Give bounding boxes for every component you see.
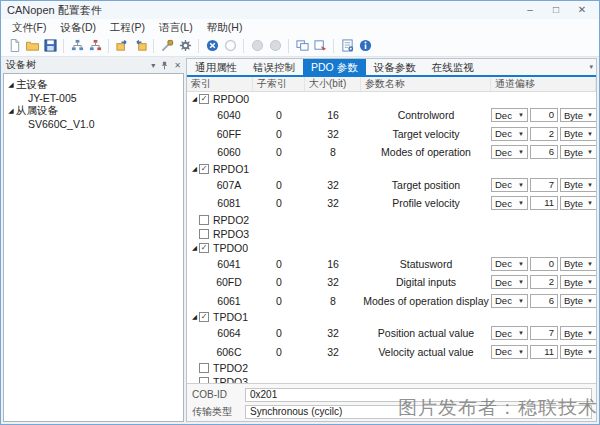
expand-triangle-icon[interactable]: ◢ bbox=[6, 107, 16, 115]
offset-input[interactable]: 6 bbox=[530, 294, 558, 308]
unit-select[interactable]: Byte▼ bbox=[560, 275, 596, 289]
pdo-checkbox[interactable]: ✓ bbox=[199, 312, 209, 322]
offset-input[interactable]: 7 bbox=[530, 178, 558, 192]
menu-item-1[interactable]: 设备(D) bbox=[53, 19, 103, 35]
info-icon[interactable] bbox=[357, 38, 373, 54]
maximize-button[interactable]: □ bbox=[545, 2, 567, 18]
menu-item-3[interactable]: 语言(L) bbox=[152, 19, 200, 35]
cob-id-input[interactable]: 0x201 bbox=[245, 388, 592, 402]
pdo-checkbox[interactable]: ✓ bbox=[199, 94, 209, 104]
pdo-group-row[interactable]: ◢✓RPDO1 bbox=[187, 162, 596, 176]
tree-item-3[interactable]: SV660C_V1.0 bbox=[6, 117, 181, 130]
remove-device-icon[interactable] bbox=[87, 38, 103, 54]
offset-input[interactable]: 7 bbox=[530, 326, 558, 340]
encoding-select[interactable]: Dec▼ bbox=[491, 145, 528, 159]
expand-triangle-icon[interactable]: ◢ bbox=[190, 244, 199, 252]
pdo-checkbox[interactable] bbox=[199, 363, 209, 373]
start-icon[interactable] bbox=[249, 38, 265, 54]
settings-gear-icon[interactable] bbox=[177, 38, 193, 54]
encoding-select[interactable]: Dec▼ bbox=[491, 326, 528, 340]
pdo-group-row[interactable]: ◢✓TPDO0 bbox=[187, 241, 596, 255]
menu-item-2[interactable]: 工程(P) bbox=[103, 19, 152, 35]
pdo-mapping-row[interactable]: 6064032Position actual valueDec▼7Byte▼ bbox=[187, 324, 596, 343]
tab-4[interactable]: 在线监视 bbox=[424, 59, 482, 75]
unit-select[interactable]: Byte▼ bbox=[560, 127, 596, 141]
offset-input[interactable]: 11 bbox=[530, 196, 558, 210]
encoding-select[interactable]: Dec▼ bbox=[491, 275, 528, 289]
tab-0[interactable]: 通用属性 bbox=[187, 59, 245, 75]
offset-input[interactable]: 0 bbox=[530, 257, 558, 271]
menu-item-0[interactable]: 文件(F) bbox=[5, 19, 53, 35]
unit-select[interactable]: Byte▼ bbox=[560, 257, 596, 271]
connect-outline-icon[interactable] bbox=[222, 38, 238, 54]
pdo-checkbox[interactable]: ✓ bbox=[199, 243, 209, 253]
tab-2[interactable]: PDO 参数 bbox=[303, 59, 366, 75]
unit-select[interactable]: Byte▼ bbox=[560, 294, 596, 308]
pdo-group-row[interactable]: ◢✓TPDO1 bbox=[187, 310, 596, 324]
pdo-mapping-row[interactable]: 6081032Profile velocityDec▼11Byte▼ bbox=[187, 194, 596, 213]
report-icon[interactable] bbox=[339, 38, 355, 54]
new-file-icon[interactable] bbox=[6, 38, 22, 54]
unit-select[interactable]: Byte▼ bbox=[560, 196, 596, 210]
offset-input[interactable]: 0 bbox=[530, 108, 558, 122]
unit-select[interactable]: Byte▼ bbox=[560, 178, 596, 192]
encoding-select[interactable]: Dec▼ bbox=[491, 127, 528, 141]
pdo-mapping-row[interactable]: 60FD032Digital inputsDec▼2Byte▼ bbox=[187, 273, 596, 292]
export-window-icon[interactable] bbox=[312, 38, 328, 54]
pdo-group-row[interactable]: TPDO2 bbox=[187, 361, 596, 375]
export-icon[interactable] bbox=[132, 38, 148, 54]
encoding-select[interactable]: Dec▼ bbox=[491, 257, 528, 271]
dropdown-icon[interactable]: ▾ bbox=[151, 61, 155, 70]
menu-item-4[interactable]: 帮助(H) bbox=[200, 19, 250, 35]
offset-input[interactable]: 6 bbox=[530, 145, 558, 159]
minimize-button[interactable]: – bbox=[519, 2, 541, 18]
pdo-mapping-row[interactable]: 6041016StatuswordDec▼0Byte▼ bbox=[187, 255, 596, 274]
transfer-type-select[interactable]: Synchronous (cycilc) bbox=[245, 405, 592, 419]
unit-select[interactable]: Byte▼ bbox=[560, 326, 596, 340]
pdo-checkbox[interactable]: ✓ bbox=[199, 164, 209, 174]
encoding-select[interactable]: Dec▼ bbox=[491, 178, 528, 192]
tree-item-1[interactable]: JY-ET-005 bbox=[6, 91, 181, 104]
close-icon[interactable]: ✕ bbox=[174, 61, 181, 70]
pdo-group-row[interactable]: RPDO3 bbox=[187, 227, 596, 241]
tree-item-0[interactable]: ◢主设备 bbox=[6, 78, 181, 91]
pdo-mapping-row[interactable]: 607A032Target positionDec▼7Byte▼ bbox=[187, 176, 596, 195]
pdo-mapping-row[interactable]: 606008Modes of operationDec▼6Byte▼ bbox=[187, 143, 596, 162]
screwdriver-icon[interactable] bbox=[159, 38, 175, 54]
encoding-select[interactable]: Dec▼ bbox=[491, 108, 528, 122]
expand-triangle-icon[interactable]: ◢ bbox=[6, 81, 16, 89]
pdo-group-row[interactable]: TPDO3 bbox=[187, 375, 596, 383]
pdo-mapping-row[interactable]: 60FF032Target velocityDec▼2Byte▼ bbox=[187, 125, 596, 144]
open-file-icon[interactable] bbox=[24, 38, 40, 54]
expand-triangle-icon[interactable]: ◢ bbox=[190, 313, 199, 321]
tab-3[interactable]: 设备参数 bbox=[366, 59, 424, 75]
encoding-select[interactable]: Dec▼ bbox=[491, 345, 528, 359]
pdo-mapping-row[interactable]: 606C032Velocity actual valueDec▼11Byte▼ bbox=[187, 343, 596, 362]
unit-select[interactable]: Byte▼ bbox=[560, 108, 596, 122]
pdo-group-row[interactable]: RPDO2 bbox=[187, 213, 596, 227]
windows-icon[interactable] bbox=[294, 38, 310, 54]
pdo-checkbox[interactable] bbox=[199, 229, 209, 239]
pdo-group-row[interactable]: ◢✓RPDO0 bbox=[187, 92, 596, 106]
offset-input[interactable]: 2 bbox=[530, 127, 558, 141]
tab-overflow-icon[interactable]: ▾ bbox=[589, 63, 593, 71]
pdo-checkbox[interactable] bbox=[199, 215, 209, 225]
expand-triangle-icon[interactable]: ◢ bbox=[190, 95, 199, 103]
pin-icon[interactable] bbox=[160, 57, 169, 74]
encoding-select[interactable]: Dec▼ bbox=[491, 196, 528, 210]
save-icon[interactable] bbox=[42, 38, 58, 54]
close-button[interactable]: ✕ bbox=[571, 2, 593, 18]
unit-select[interactable]: Byte▼ bbox=[560, 145, 596, 159]
import-icon[interactable] bbox=[114, 38, 130, 54]
expand-triangle-icon[interactable]: ◢ bbox=[190, 165, 199, 173]
offset-input[interactable]: 2 bbox=[530, 275, 558, 289]
unit-select[interactable]: Byte▼ bbox=[560, 345, 596, 359]
tab-1[interactable]: 错误控制 bbox=[245, 59, 303, 75]
offset-input[interactable]: 11 bbox=[530, 345, 558, 359]
pdo-mapping-row[interactable]: 606108Modes of operation displayDec▼6Byt… bbox=[187, 292, 596, 311]
stop-icon[interactable] bbox=[267, 38, 283, 54]
disconnect-icon[interactable] bbox=[204, 38, 220, 54]
encoding-select[interactable]: Dec▼ bbox=[491, 294, 528, 308]
add-device-icon[interactable] bbox=[69, 38, 85, 54]
pdo-mapping-row[interactable]: 6040016ControlwordDec▼0Byte▼ bbox=[187, 106, 596, 125]
